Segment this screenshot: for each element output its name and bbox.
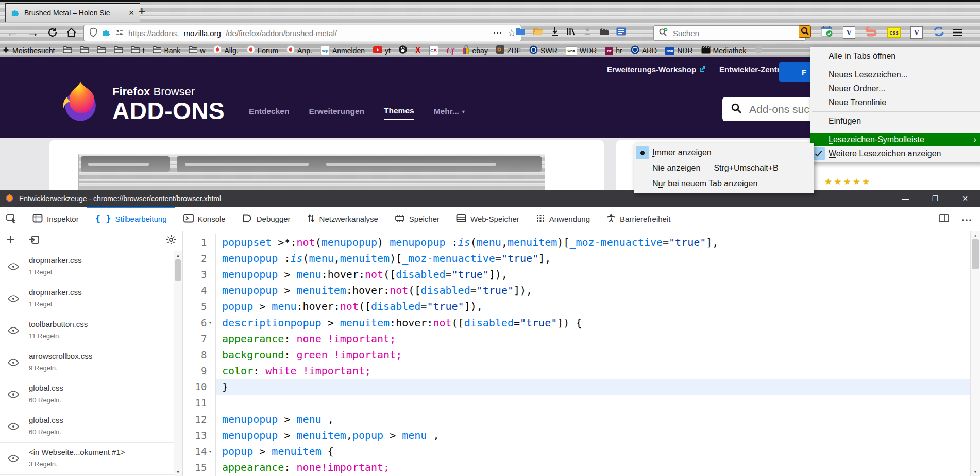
- sidebar-scrollbar[interactable]: ▴ ▾: [174, 251, 182, 476]
- devtools-options-icon[interactable]: [961, 215, 972, 223]
- bookmark-item[interactable]: Mediathek: [701, 46, 747, 55]
- code-line[interactable]: 2 menupopup :is(menu,menuitem)[_moz-menu…: [183, 250, 971, 266]
- menu-item[interactable]: Neues Lesezeichen...: [810, 68, 980, 81]
- amo-nav-themes[interactable]: Themes: [384, 106, 414, 120]
- bookmark-item[interactable]: [114, 46, 123, 55]
- gear-icon[interactable]: [166, 235, 176, 247]
- code-line[interactable]: 6▾descriptionpopup > menuitem:hover:not(…: [183, 315, 971, 331]
- bookmark-item[interactable]: [63, 46, 72, 55]
- amo-logo[interactable]: Firefox Browser ADD-ONS: [57, 79, 225, 129]
- blue-folder-icon[interactable]: [515, 27, 526, 38]
- new-stylesheet-button[interactable]: [6, 235, 15, 247]
- menu-item[interactable]: Neuer Ordner...: [810, 81, 980, 95]
- menu-item[interactable]: Neue Trennlinie: [810, 95, 980, 109]
- bookmark-item[interactable]: NDRNDR: [665, 45, 692, 55]
- search-input[interactable]: [672, 28, 801, 38]
- eye-icon[interactable]: [7, 390, 20, 401]
- bookmark-item[interactable]: [399, 45, 407, 55]
- code-line[interactable]: 5 popup > menu:hover:not([disabled="true…: [183, 299, 971, 315]
- minimize-button[interactable]: —: [890, 194, 920, 203]
- extension-puzzle-icon[interactable]: [102, 28, 111, 38]
- devtools-tab-netzwerkanalyse[interactable]: Netzwerkanalyse: [299, 207, 386, 231]
- home-button[interactable]: [66, 27, 77, 40]
- bookmark-item[interactable]: ZDF: [496, 45, 521, 55]
- tab-close-icon[interactable]: ✕: [128, 9, 134, 17]
- code-line[interactable]: 13 menupopup > menuitem,popup > menu ,: [183, 427, 971, 443]
- code-line[interactable]: 14▾popup > menuitem {: [183, 443, 971, 459]
- css-source-editor[interactable]: 1 popupset >*:not(menupopup) menupopup :…: [183, 231, 980, 476]
- bookmark-item[interactable]: Allg.: [213, 45, 238, 55]
- devtools-tab-konsole[interactable]: Konsole: [175, 207, 234, 231]
- bookmark-item[interactable]: Bank: [153, 46, 180, 55]
- menu-item[interactable]: Nur bei neuem Tab anzeigen: [634, 176, 814, 191]
- url-bar[interactable]: https://addons.mozilla.org/de/firefox/ad…: [83, 25, 521, 41]
- stylesheet-item[interactable]: global.css60 Regeln.: [0, 411, 182, 443]
- devtools-tab-anwendung[interactable]: Anwendung: [528, 207, 598, 231]
- editor-scrollbar[interactable]: ▴ ▾: [970, 231, 980, 476]
- bookmark-item[interactable]: ebay: [463, 45, 488, 56]
- menu-item[interactable]: Lesezeichen-Symbolleiste›: [810, 133, 980, 146]
- code-line[interactable]: 8 background: green !important;: [183, 347, 971, 363]
- element-picker-button[interactable]: [0, 207, 24, 231]
- devtools-tab-inspektor[interactable]: Inspektor: [24, 207, 87, 231]
- bookmark-item[interactable]: hrhr: [605, 45, 622, 55]
- bookmark-item[interactable]: CB: [429, 45, 438, 55]
- stylesheet-item[interactable]: dropmarker.css1 Regel.: [0, 251, 182, 283]
- site-search-icon[interactable]: [799, 25, 811, 40]
- bookmark-item[interactable]: wpAnmelden: [320, 45, 365, 55]
- bookmark-item[interactable]: Cf: [447, 46, 454, 55]
- stylesheet-item[interactable]: toolbarbutton.css11 Regeln.: [0, 315, 182, 347]
- header-link[interactable]: Erweiterungs-Workshop: [607, 65, 706, 74]
- amo-nav-entdecken[interactable]: Entdecken: [249, 106, 289, 120]
- eye-icon[interactable]: [7, 262, 20, 273]
- code-line[interactable]: 1 popupset >*:not(menupopup) menupopup :…: [183, 234, 971, 250]
- maximize-button[interactable]: ❐: [920, 194, 950, 203]
- bookmark-item[interactable]: ARD: [631, 45, 657, 56]
- shield-icon[interactable]: [89, 27, 97, 39]
- stylesheet-item[interactable]: dropmarker.css1 Regel.: [0, 283, 182, 315]
- code-line[interactable]: 4 menupopup > menuitem:hover:not([disabl…: [183, 283, 971, 299]
- bookmark-item[interactable]: [754, 45, 763, 55]
- devtools-tab-web-speicher[interactable]: Web-Speicher: [448, 207, 528, 231]
- scroll-icon[interactable]: [865, 26, 877, 39]
- menu-item[interactable]: Nie anzeigenStrg+Umschalt+B: [634, 160, 814, 176]
- sync-icon[interactable]: [933, 26, 945, 39]
- bookmark-item[interactable]: w: [189, 46, 205, 55]
- amo-nav-mehr[interactable]: Mehr...▾: [434, 106, 465, 120]
- import-stylesheet-button[interactable]: [29, 235, 40, 247]
- scroll-up-icon[interactable]: ▴: [971, 233, 980, 238]
- bookmark-item[interactable]: Meistbesucht: [2, 46, 55, 55]
- menu-item[interactable]: Alle in Tabs öffnen: [810, 49, 980, 63]
- back-button[interactable]: ←: [6, 24, 19, 41]
- code-line[interactable]: 12 menupopup > menu ,: [183, 411, 971, 427]
- forward-button[interactable]: →: [27, 24, 39, 41]
- v-letter-icon[interactable]: V: [910, 26, 923, 39]
- scroll-up-icon[interactable]: ▴: [174, 253, 182, 258]
- devtools-tab-speicher[interactable]: Speicher: [386, 207, 448, 231]
- stylesheet-item[interactable]: <in Webseite...okument #1>3 Regeln.: [0, 443, 182, 475]
- devtools-tab-stilbearbeitung[interactable]: { }Stilbearbeitung: [87, 207, 175, 231]
- reload-button[interactable]: [47, 27, 58, 40]
- menu-item[interactable]: Einfügen: [810, 114, 980, 128]
- new-tab-button[interactable]: +: [138, 5, 146, 18]
- code-line[interactable]: 7 appearance: none !important;: [183, 331, 971, 347]
- code-line[interactable]: 9 color: white !important;: [183, 363, 971, 379]
- devtools-tab-barrierefreiheit[interactable]: Barrierefreiheit: [598, 207, 679, 231]
- code-line[interactable]: 3 menupopup > menu:hover:not([disabled="…: [183, 266, 971, 282]
- bookmark-item[interactable]: Anp.: [286, 45, 312, 55]
- menu-item[interactable]: Immer anzeigen: [634, 145, 814, 160]
- devtools-titlebar[interactable]: Entwicklerwerkzeuge - chrome://browser/c…: [0, 190, 980, 207]
- library-icon[interactable]: [566, 27, 576, 38]
- stylesheet-item[interactable]: arrowscrollbox.css9 Regeln.: [0, 347, 182, 379]
- split-console-icon[interactable]: [939, 214, 949, 224]
- bookmark-item[interactable]: Forum: [247, 45, 278, 55]
- devtools-tab-debugger[interactable]: Debugger: [234, 207, 299, 231]
- permissions-icon[interactable]: [115, 29, 124, 38]
- clapper-icon[interactable]: [599, 27, 609, 38]
- bookmark-item[interactable]: [97, 46, 106, 55]
- eye-icon[interactable]: [7, 454, 20, 465]
- v-letter-icon[interactable]: V: [843, 26, 855, 39]
- code-line[interactable]: 11: [183, 395, 971, 411]
- bookmark-item[interactable]: t: [131, 46, 144, 55]
- bookmark-item[interactable]: yt: [373, 46, 391, 55]
